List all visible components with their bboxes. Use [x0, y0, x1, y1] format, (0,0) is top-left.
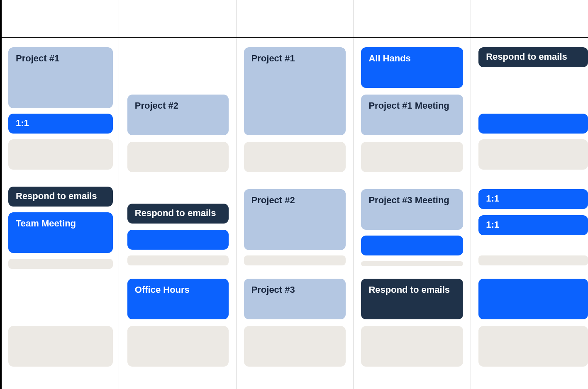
calendar-event[interactable]: [8, 139, 113, 170]
calendar-event[interactable]: [361, 236, 463, 255]
calendar-event[interactable]: All Hands: [361, 47, 463, 88]
calendar-event[interactable]: Team Meeting: [8, 212, 113, 253]
day-column[interactable]: Respond to emails1:11:1: [471, 38, 588, 389]
calendar-event[interactable]: [361, 261, 463, 266]
day-header: [354, 0, 471, 37]
calendar-body: Project #11:1Respond to emailsTeam Meeti…: [2, 38, 588, 389]
calendar-event[interactable]: Project #3 Meeting: [361, 189, 463, 230]
calendar-event[interactable]: Office Hours: [127, 279, 229, 319]
day-column[interactable]: Project #1Project #2Project #3: [237, 38, 354, 389]
day-header: [237, 0, 354, 37]
calendar-event[interactable]: Project #1: [8, 47, 113, 108]
calendar-event[interactable]: [127, 255, 229, 265]
day-column[interactable]: All HandsProject #1 MeetingProject #3 Me…: [354, 38, 471, 389]
calendar-event[interactable]: [127, 230, 229, 250]
calendar-event[interactable]: [478, 114, 588, 134]
calendar-event[interactable]: Respond to emails: [361, 279, 463, 319]
calendar-event[interactable]: [478, 139, 588, 170]
calendar-event[interactable]: Project #1: [244, 47, 346, 135]
calendar-event[interactable]: Project #3: [244, 279, 346, 319]
calendar-event[interactable]: [478, 255, 588, 265]
calendar-header-row: [2, 0, 588, 38]
calendar-event[interactable]: [127, 142, 229, 172]
calendar-event[interactable]: [244, 255, 346, 265]
day-column[interactable]: Project #2Respond to emailsOffice Hours: [119, 38, 237, 389]
calendar-event[interactable]: [361, 326, 463, 367]
calendar-event[interactable]: [478, 326, 588, 367]
calendar-event[interactable]: Project #2: [244, 189, 346, 250]
calendar-event[interactable]: [8, 259, 113, 269]
day-column[interactable]: Project #11:1Respond to emailsTeam Meeti…: [2, 38, 119, 389]
calendar-event[interactable]: Project #2: [127, 95, 229, 135]
calendar-event[interactable]: Respond to emails: [127, 204, 229, 224]
calendar-event[interactable]: 1:1: [478, 189, 588, 209]
calendar-event[interactable]: 1:1: [478, 215, 588, 235]
calendar-event[interactable]: 1:1: [8, 114, 113, 134]
calendar-event[interactable]: [244, 326, 346, 367]
day-header: [2, 0, 119, 37]
calendar-event[interactable]: [8, 326, 113, 367]
calendar-event[interactable]: [127, 326, 229, 367]
calendar-event[interactable]: [478, 279, 588, 319]
day-header: [471, 0, 588, 37]
calendar-event[interactable]: Project #1 Meeting: [361, 95, 463, 135]
calendar-event[interactable]: Respond to emails: [8, 187, 113, 207]
calendar-event[interactable]: Respond to emails: [478, 47, 588, 67]
day-header: [119, 0, 237, 37]
calendar-week-view: Project #11:1Respond to emailsTeam Meeti…: [0, 0, 588, 389]
calendar-event[interactable]: [244, 142, 346, 172]
calendar-event[interactable]: [361, 142, 463, 172]
